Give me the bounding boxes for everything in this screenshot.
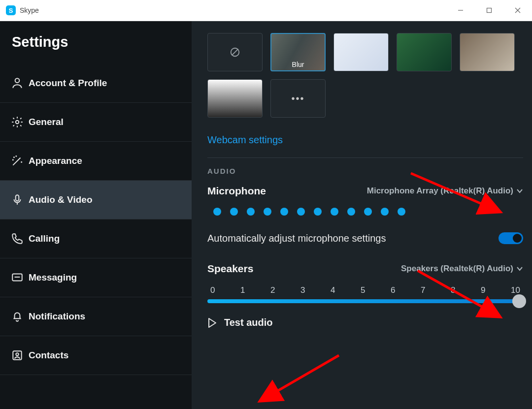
microphone-device-dropdown[interactable]: Microphone Array (Realtek(R) Audio) [367,186,523,196]
settings-main-panel: Blur••• Webcam settings AUDIO Microphone… [192,21,532,409]
section-divider [207,157,523,158]
sidebar-item-audio-video[interactable]: Audio & Video [0,181,192,220]
background-tile-image3[interactable] [460,33,515,71]
mic-level-dot [347,208,355,216]
slider-tick: 1 [240,285,245,295]
slider-tick: 3 [300,285,305,295]
mic-level-dot [297,208,305,216]
slider-thumb[interactable] [512,294,526,308]
sidebar-item-label: Calling [29,233,60,244]
slider-tick: 6 [391,285,395,295]
sidebar-item-general[interactable]: General [0,103,192,142]
title-bar: S Skype [0,0,532,21]
background-tile-blur[interactable]: Blur [270,33,326,71]
svg-rect-1 [487,8,492,13]
none-icon [230,47,240,58]
microphone-level-meter [213,208,523,216]
svg-point-7 [16,156,16,157]
microphone-device-value: Microphone Array (Realtek(R) Audio) [367,186,513,196]
svg-marker-17 [209,318,216,327]
slider-ticks: 012345678910 [207,285,523,299]
sidebar-item-label: General [29,117,64,127]
wand-icon [11,155,29,167]
sidebar-item-contacts[interactable]: Contacts [0,336,192,375]
settings-sidebar: Settings Account & ProfileGeneralAppeara… [0,21,192,409]
webcam-settings-link[interactable]: Webcam settings [207,134,283,146]
svg-point-6 [14,157,14,157]
microphone-label: Microphone [207,185,266,197]
sidebar-item-appearance[interactable]: Appearance [0,142,192,181]
slider-tick: 0 [210,285,215,295]
close-button[interactable] [503,0,532,21]
background-tile-image4[interactable] [207,79,263,118]
sidebar-item-label: Notifications [29,311,85,322]
speakers-label: Speakers [207,263,253,275]
sidebar-item-label: Account & Profile [29,78,107,89]
mic-level-dot [364,208,372,216]
minimize-button[interactable] [446,0,475,21]
slider-tick: 4 [331,285,335,295]
sidebar-item-account-profile[interactable]: Account & Profile [0,64,192,103]
mic-level-dot [230,208,238,216]
svg-point-5 [16,121,19,124]
test-audio-label: Test audio [224,317,273,328]
skype-logo-icon: S [6,5,16,15]
test-audio-button[interactable]: Test audio [207,317,523,328]
slider-tick: 2 [270,285,275,295]
tile-label: Blur [271,61,325,68]
slider-tick: 7 [421,285,425,295]
message-icon [11,271,29,284]
chevron-down-icon [516,265,523,272]
mic-level-dot [264,208,271,216]
svg-point-9 [21,162,22,162]
svg-rect-10 [16,195,19,201]
mic-level-dot [398,208,405,216]
background-tile-more[interactable]: ••• [270,79,326,118]
more-icon: ••• [291,93,304,104]
phone-icon [11,232,29,245]
mic-level-dot [213,208,221,216]
audio-section-label: AUDIO [207,167,523,175]
sidebar-item-label: Appearance [29,156,82,166]
background-tiles-row: Blur••• [207,33,523,118]
mic-level-dot [381,208,389,216]
chevron-down-icon [516,188,523,194]
sidebar-item-messaging[interactable]: Messaging [0,258,192,297]
settings-title: Settings [0,21,192,64]
mic-level-dot [247,208,255,216]
slider-tick: 10 [511,285,520,295]
svg-point-4 [15,78,20,83]
svg-point-8 [13,159,13,160]
auto-adjust-label: Automatically adjust microphone settings [207,233,386,244]
auto-adjust-toggle[interactable] [499,232,523,244]
speakers-device-value: Speakers (Realtek(R) Audio) [401,264,513,274]
app-title: Skype [20,6,39,14]
maximize-button[interactable] [475,0,503,21]
sidebar-item-notifications[interactable]: Notifications [0,297,192,336]
svg-line-22 [262,355,339,400]
sidebar-item-calling[interactable]: Calling [0,220,192,258]
speakers-device-dropdown[interactable]: Speakers (Realtek(R) Audio) [401,264,523,274]
mic-icon [11,193,29,206]
sidebar-item-label: Messaging [29,272,77,283]
contacts-icon [11,349,29,362]
slider-tick: 5 [361,285,365,295]
svg-line-16 [232,49,238,56]
speaker-volume-slider[interactable]: 012345678910 [207,285,523,303]
slider-tick: 9 [481,285,485,295]
background-tile-none[interactable] [207,33,263,71]
mic-level-dot [280,208,288,216]
svg-point-14 [16,353,18,355]
gear-icon [11,116,29,128]
mic-level-dot [314,208,322,216]
bell-icon [11,310,29,323]
background-tile-image1[interactable] [333,33,389,71]
background-tile-image2[interactable] [397,33,452,71]
play-icon [207,317,217,328]
person-icon [11,77,29,90]
mic-level-dot [331,208,338,216]
slider-tick: 8 [451,285,455,295]
sidebar-item-label: Audio & Video [29,194,92,205]
sidebar-item-label: Contacts [29,350,68,361]
